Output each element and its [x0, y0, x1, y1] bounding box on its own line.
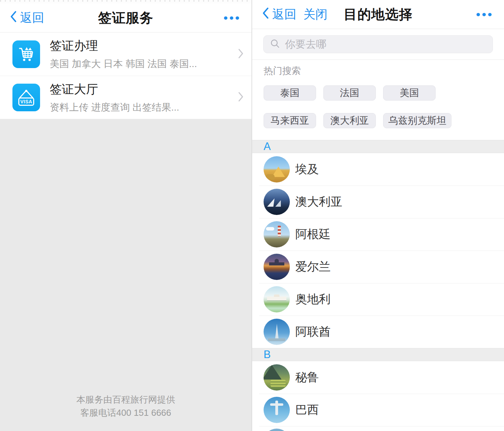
- hot-search-tags: 泰国 法国 美国 马来西亚 澳大利亚 乌兹别克斯坦: [252, 85, 504, 128]
- chevron-left-icon: [10, 10, 17, 26]
- country-name: 爱尔兰: [295, 259, 331, 275]
- country-name: 阿联酋: [295, 324, 331, 340]
- chevron-right-icon: [238, 48, 244, 60]
- chevron-left-icon: [262, 7, 269, 22]
- country-row-brazil[interactable]: 巴西: [252, 394, 504, 426]
- country-name: 奥地利: [295, 291, 331, 307]
- country-row-australia[interactable]: 澳大利亚: [252, 186, 504, 218]
- tag-france[interactable]: 法国: [323, 85, 376, 101]
- country-name: 澳大利亚: [295, 194, 342, 210]
- tag-uzbekistan[interactable]: 乌兹别克斯坦: [383, 113, 451, 128]
- cart-icon: [12, 40, 40, 68]
- chevron-right-icon: [238, 92, 244, 103]
- egypt-photo: [264, 156, 290, 182]
- australia-photo: [264, 189, 290, 215]
- country-row-argentina[interactable]: 阿根廷: [252, 218, 504, 251]
- search-input[interactable]: [285, 38, 486, 50]
- item-subtitle: 美国 加拿大 日本 韩国 法国 泰国...: [50, 57, 197, 71]
- country-row-ireland[interactable]: 爱尔兰: [252, 251, 504, 283]
- back-label: 返回: [20, 10, 44, 26]
- country-row-peru[interactable]: 秘鲁: [252, 361, 504, 394]
- partially-visible-row: [252, 426, 504, 431]
- search-box[interactable]: [263, 35, 493, 53]
- service-list: 签证办理 美国 加拿大 日本 韩国 法国 泰国... VISA: [0, 32, 251, 119]
- search-area: [252, 29, 504, 60]
- country-name: 埃及: [295, 161, 319, 177]
- dual-screenshot: 返回 签证服务 •••: [0, 0, 504, 431]
- provider-line: 本服务由百程旅行网提供: [76, 393, 175, 406]
- item-title: 签证大厅: [50, 81, 179, 97]
- peru-photo: [264, 364, 290, 391]
- argentina-photo: [264, 221, 290, 247]
- back-label: 返回: [272, 6, 296, 22]
- brazil-photo: [264, 397, 290, 423]
- more-menu-icon[interactable]: •••: [224, 11, 241, 25]
- service-phone-line: 客服电话400 151 6666: [76, 406, 175, 419]
- item-title: 签证办理: [50, 38, 197, 54]
- item-subtitle: 资料上传 进度查询 出签结果...: [50, 101, 179, 114]
- visa-badge: VISA: [18, 97, 34, 106]
- left-navbar: 返回 签证服务 •••: [0, 3, 251, 32]
- close-button[interactable]: 关闭: [303, 6, 327, 22]
- list-item-visa-hall[interactable]: VISA 签证大厅 资料上传 进度查询 出签结果...: [0, 76, 251, 119]
- section-header-B: B: [252, 348, 504, 361]
- country-name: 巴西: [295, 402, 319, 418]
- visa-sign-icon: VISA: [12, 84, 40, 111]
- tag-malaysia[interactable]: 马来西亚: [264, 113, 316, 128]
- tag-thailand[interactable]: 泰国: [264, 85, 316, 101]
- austria-photo: [264, 286, 290, 312]
- status-bar-remnant: [0, 0, 251, 3]
- back-button[interactable]: 返回: [10, 10, 44, 26]
- country-row-austria[interactable]: 奥地利: [252, 283, 504, 316]
- empty-gray-area: 本服务由百程旅行网提供 客服电话400 151 6666: [0, 119, 251, 431]
- next-country-photo: [264, 429, 290, 431]
- destination-select-screen: 返回 关闭 目的地选择 ••• 热门搜索 泰国 法国 美国 马来西亚 澳大利亚 …: [252, 0, 504, 431]
- country-row-egypt[interactable]: 埃及: [252, 153, 504, 186]
- country-name: 阿根廷: [295, 226, 331, 242]
- list-item-visa-processing[interactable]: 签证办理 美国 加拿大 日本 韩国 法国 泰国...: [0, 32, 251, 76]
- section-letter: B: [264, 348, 271, 361]
- section-header-A: A: [252, 140, 504, 153]
- country-row-uae[interactable]: 阿联酋: [252, 316, 504, 348]
- hot-search-label: 热门搜索: [264, 65, 504, 77]
- back-button[interactable]: 返回: [262, 6, 296, 22]
- provider-note: 本服务由百程旅行网提供 客服电话400 151 6666: [76, 393, 175, 419]
- uae-photo: [264, 319, 290, 345]
- search-icon: [270, 38, 280, 50]
- section-letter: A: [264, 140, 271, 153]
- visa-service-screen: 返回 签证服务 •••: [0, 0, 251, 431]
- right-navbar: 返回 关闭 目的地选择 •••: [252, 0, 504, 29]
- ireland-photo: [264, 254, 290, 280]
- tag-usa[interactable]: 美国: [383, 85, 436, 101]
- country-name: 秘鲁: [295, 369, 319, 385]
- more-menu-icon[interactable]: •••: [476, 8, 494, 21]
- tag-australia[interactable]: 澳大利亚: [323, 113, 376, 128]
